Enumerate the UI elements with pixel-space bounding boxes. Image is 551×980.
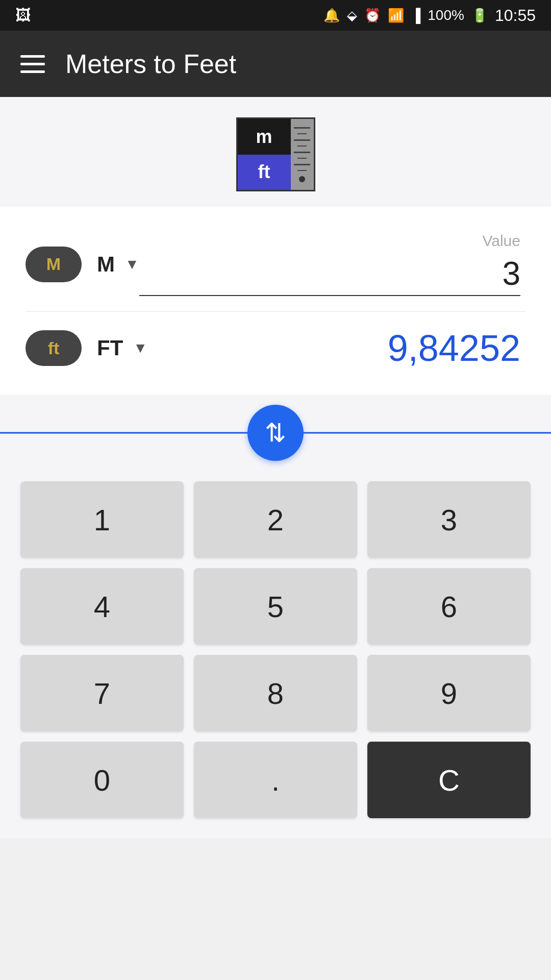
battery-label: 100% xyxy=(428,7,464,23)
value-label: Value xyxy=(482,232,520,250)
key-4[interactable]: 4 xyxy=(20,568,184,645)
bluetooth-icon: ⬙ xyxy=(347,8,357,23)
key-7[interactable]: 7 xyxy=(20,655,184,731)
ruler-tick xyxy=(294,139,310,141)
app-title: Meters to Feet xyxy=(65,48,236,79)
ruler-dot xyxy=(299,176,305,182)
key-clear[interactable]: C xyxy=(367,742,531,818)
ruler-tick xyxy=(297,133,307,134)
meters-label: M xyxy=(97,252,115,277)
key-9[interactable]: 9 xyxy=(367,655,531,731)
swap-button[interactable]: ⇅ xyxy=(247,405,304,461)
key-0[interactable]: 0 xyxy=(20,742,184,818)
key-8[interactable]: 8 xyxy=(194,655,357,731)
feet-badge: ft xyxy=(26,330,82,366)
key-6[interactable]: 6 xyxy=(367,568,531,645)
clock: 10:55 xyxy=(495,6,536,25)
menu-button[interactable] xyxy=(20,55,45,73)
alarm-icon: ⏰ xyxy=(364,8,381,23)
logo-ft-text: ft xyxy=(258,161,270,183)
logo-container: m ft xyxy=(236,117,315,191)
key-decimal[interactable]: . xyxy=(194,742,357,818)
app-bar: Meters to Feet xyxy=(0,31,551,97)
image-icon: 🖼 xyxy=(15,7,31,24)
logo-bottom: ft xyxy=(238,155,291,190)
key-5[interactable]: 5 xyxy=(194,568,357,645)
hamburger-line-1 xyxy=(20,55,45,58)
bottom-area xyxy=(0,839,551,890)
feet-result: 9,84252 xyxy=(147,327,520,369)
hamburger-line-2 xyxy=(20,63,45,65)
ruler-tick xyxy=(297,170,307,171)
logo-m-text: m xyxy=(256,126,272,148)
feet-row: ft FT ▼ 9,84252 xyxy=(26,311,525,384)
ruler-tick xyxy=(294,164,310,165)
hamburger-line-3 xyxy=(20,70,45,73)
logo-ruler xyxy=(291,119,314,190)
meters-row: M M ▼ Value xyxy=(26,217,525,311)
wifi-icon: 📶 xyxy=(388,8,404,23)
status-left: 🖼 xyxy=(15,7,31,24)
feet-badge-text: ft xyxy=(48,338,60,358)
notification-icon: 🔔 xyxy=(323,8,340,23)
swap-divider: ⇅ xyxy=(0,405,551,461)
conversion-area: M M ▼ Value ft FT ▼ 9,84252 xyxy=(0,207,551,395)
signal-icon: ▐ xyxy=(411,8,420,23)
key-3[interactable]: 3 xyxy=(367,481,531,558)
ruler-tick xyxy=(294,152,310,153)
status-right: 🔔 ⬙ ⏰ 📶 ▐ 100% 🔋 10:55 xyxy=(323,6,536,25)
feet-label: FT xyxy=(97,336,123,360)
meters-badge: M xyxy=(26,247,82,282)
app-logo: m ft xyxy=(236,117,315,191)
key-2[interactable]: 2 xyxy=(194,481,357,558)
main-content: m ft M xyxy=(0,97,551,890)
meters-dropdown[interactable]: ▼ xyxy=(125,256,139,273)
logo-top: m xyxy=(238,119,291,155)
keypad: 1 2 3 4 5 6 7 8 9 0 . C xyxy=(0,471,551,839)
ruler-tick xyxy=(294,127,310,129)
ruler-tick xyxy=(297,158,307,159)
feet-dropdown[interactable]: ▼ xyxy=(133,340,147,356)
swap-icon: ⇅ xyxy=(265,420,286,446)
ruler-tick xyxy=(297,145,307,146)
key-1[interactable]: 1 xyxy=(20,481,184,558)
meters-input[interactable] xyxy=(139,255,520,296)
status-bar: 🖼 🔔 ⬙ ⏰ 📶 ▐ 100% 🔋 10:55 xyxy=(0,0,551,31)
battery-icon: 🔋 xyxy=(471,8,488,23)
feet-value-area: 9,84252 xyxy=(147,327,525,369)
meters-badge-text: M xyxy=(46,254,61,274)
meters-value-area: Value xyxy=(139,232,525,296)
